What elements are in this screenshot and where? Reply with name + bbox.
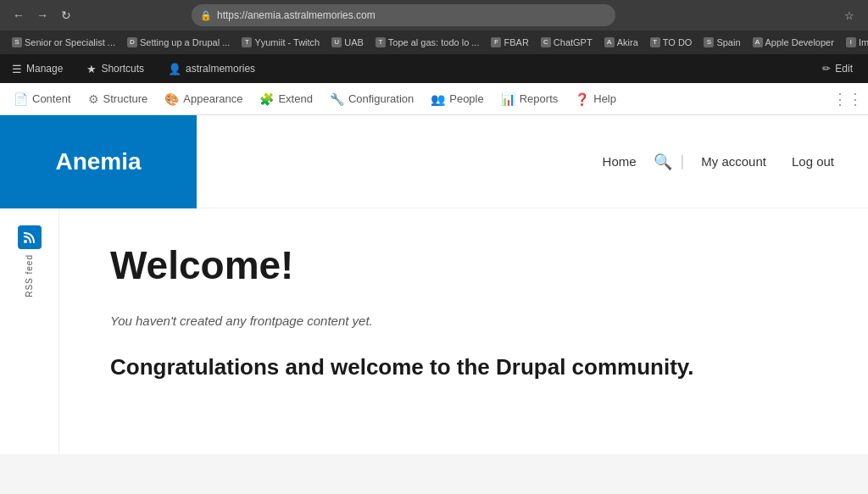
bookmark-label: Spain <box>716 37 740 47</box>
toolbar-item-structure[interactable]: ⚙Structure <box>80 83 157 114</box>
community-heading: Congratulations and welcome to the Drupa… <box>110 353 817 382</box>
address-bar[interactable]: 🔒 https://anemia.astralmemories.com <box>192 4 615 26</box>
logout-nav-link[interactable]: Log out <box>783 150 843 173</box>
svg-point-0 <box>24 240 27 243</box>
bookmark-item[interactable]: TYyumiit - Twitch <box>236 36 325 49</box>
bookmark-label: Apple Developer <box>765 37 834 47</box>
home-nav-link[interactable]: Home <box>594 150 645 173</box>
admin-bar-right: ✏ Edit <box>814 63 861 75</box>
frontpage-note: You haven't created any frontpage conten… <box>110 314 817 328</box>
edit-button[interactable]: ✏ Edit <box>814 63 861 75</box>
toolbar-expand-icon[interactable]: ⋮⋮ <box>832 90 863 108</box>
toolbar-item-people[interactable]: 👥People <box>422 83 492 114</box>
toolbar-icon: 📄 <box>14 92 28 106</box>
bookmark-label: UAB <box>344 37 364 47</box>
toolbar-label: People <box>449 92 483 105</box>
toolbar-icon: 📊 <box>501 92 515 106</box>
hamburger-icon: ☰ <box>12 63 22 75</box>
bookmarks-bar: SSenior or Specialist ...DSetting up a D… <box>0 31 868 54</box>
rss-label: RSS feed <box>25 254 34 297</box>
manage-menu-item[interactable]: ☰ Manage <box>7 54 68 83</box>
lock-icon: 🔒 <box>200 10 212 21</box>
bookmark-item[interactable]: TTO DO <box>645 36 698 49</box>
toolbar-item-appearance[interactable]: 🎨Appearance <box>156 83 251 114</box>
bookmark-item[interactable]: AAkira <box>599 36 643 49</box>
bookmark-favicon: I <box>846 37 856 47</box>
bookmark-favicon: S <box>704 37 714 47</box>
bookmark-label: Senior or Specialist ... <box>25 37 115 47</box>
bookmark-favicon: F <box>491 37 501 47</box>
search-icon[interactable]: 🔍 <box>654 153 672 171</box>
site-logo[interactable]: Anemia <box>0 115 197 208</box>
toolbar-label: Content <box>32 92 71 105</box>
toolbar-item-content[interactable]: 📄Content <box>5 83 80 114</box>
toolbar-right: ⋮⋮ <box>832 90 863 108</box>
logo-text: Anemia <box>55 148 141 175</box>
toolbar-label: Reports <box>520 92 559 105</box>
browser-actions: ☆ <box>839 5 860 25</box>
bookmark-label: FBAR <box>504 37 528 47</box>
toolbar-item-help[interactable]: ❓Help <box>566 83 625 114</box>
bookmark-favicon: T <box>650 37 660 47</box>
bookmark-item[interactable]: CChatGPT <box>536 36 598 49</box>
user-label: astralmemories <box>186 63 255 75</box>
main-content: Welcome! You haven't created any frontpa… <box>59 208 868 454</box>
site-nav: Home 🔍 | My account Log out <box>197 150 868 173</box>
rss-widget[interactable]: RSS feed <box>18 225 42 297</box>
user-menu-item[interactable]: 👤 astralmemories <box>163 54 260 83</box>
bookmark-favicon: D <box>127 37 137 47</box>
toolbar-item-reports[interactable]: 📊Reports <box>492 83 567 114</box>
bookmark-label: TO DO <box>663 37 693 47</box>
my-account-nav-link[interactable]: My account <box>693 150 775 173</box>
bookmark-item[interactable]: SSpain <box>698 36 745 49</box>
rss-icon <box>18 225 42 249</box>
toolbar-icon: 🎨 <box>164 92 179 106</box>
manage-label: Manage <box>26 63 63 75</box>
shortcuts-label: Shortcuts <box>101 63 144 75</box>
shortcuts-menu-item[interactable]: ★ Shortcuts <box>81 54 149 83</box>
toolbar-icon: ❓ <box>575 92 589 106</box>
bookmark-label: Setting up a Drupal ... <box>140 37 230 47</box>
bookmark-label: Yyumiit - Twitch <box>254 37 320 47</box>
bookmark-label: Imagenes AI <box>859 37 868 47</box>
toolbar-label: Appearance <box>183 92 242 105</box>
forward-button[interactable]: → <box>32 5 53 25</box>
back-button[interactable]: ← <box>8 5 29 25</box>
star-icon: ★ <box>86 63 97 75</box>
toolbar-label: Configuration <box>348 92 414 105</box>
bookmark-item[interactable]: UUAB <box>326 36 369 49</box>
drupal-toolbar: 📄Content⚙Structure🎨Appearance🧩Extend🔧Con… <box>0 83 868 115</box>
user-icon: 👤 <box>168 63 181 75</box>
toolbar-item-extend[interactable]: 🧩Extend <box>251 83 320 114</box>
toolbar-label: Help <box>593 92 616 105</box>
edit-label: Edit <box>835 63 853 75</box>
toolbar-label: Structure <box>103 92 148 105</box>
bookmark-item[interactable]: DSetting up a Drupal ... <box>122 36 235 49</box>
bookmark-item[interactable]: IImagenes AI <box>841 36 868 49</box>
reload-button[interactable]: ↻ <box>56 5 76 25</box>
bookmark-favicon: T <box>376 37 386 47</box>
bookmark-item[interactable]: TTope al gas: todo lo ... <box>370 36 485 49</box>
bookmark-item[interactable]: SSenior or Specialist ... <box>7 36 120 49</box>
site-header: Anemia Home 🔍 | My account Log out <box>0 115 868 208</box>
welcome-title: Welcome! <box>110 242 817 288</box>
pencil-icon: ✏ <box>822 63 831 75</box>
star-button[interactable]: ☆ <box>839 5 860 25</box>
bookmark-favicon: U <box>331 37 342 47</box>
bookmark-label: ChatGPT <box>554 37 593 47</box>
bookmark-item[interactable]: FFBAR <box>486 36 533 49</box>
toolbar-icon: 🧩 <box>259 92 274 106</box>
bookmark-favicon: A <box>753 37 763 47</box>
toolbar-icon: ⚙ <box>88 92 99 106</box>
site-content-wrapper: RSS feed Welcome! You haven't created an… <box>0 208 868 454</box>
bookmark-label: Tope al gas: todo lo ... <box>388 37 480 47</box>
toolbar-icon: 🔧 <box>330 92 344 106</box>
nav-separator: | <box>681 153 685 170</box>
bookmark-item[interactable]: AApple Developer <box>748 36 839 49</box>
bookmark-favicon: A <box>604 37 615 47</box>
browser-chrome: ← → ↻ 🔒 https://anemia.astralmemories.co… <box>0 0 868 31</box>
toolbar-item-configuration[interactable]: 🔧Configuration <box>321 83 422 114</box>
drupal-admin-bar: ☰ Manage ★ Shortcuts 👤 astralmemories ✏ … <box>0 54 868 83</box>
url-text: https://anemia.astralmemories.com <box>217 9 376 21</box>
browser-nav-buttons: ← → ↻ <box>8 5 76 25</box>
